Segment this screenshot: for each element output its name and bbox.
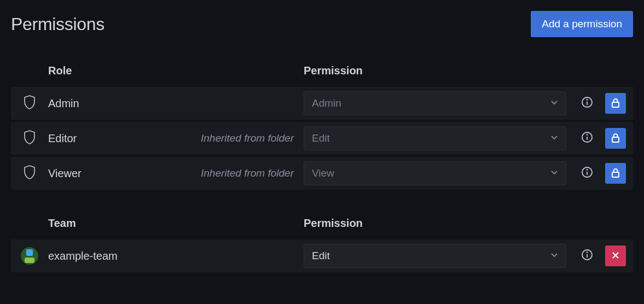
info-icon[interactable] [581,166,593,180]
permission-value: Edit [312,250,330,262]
chevron-down-icon [550,133,558,143]
add-permission-button[interactable]: Add a permission [531,11,633,37]
role-name: Admin [48,97,174,110]
role-row: Editor Inherited from folder Edit [11,120,633,155]
lock-button[interactable] [605,163,626,184]
role-row: Viewer Inherited from folder View [11,155,633,190]
permission-value: View [312,167,334,179]
permission-value: Admin [312,97,341,109]
shield-icon [23,165,36,182]
remove-button[interactable] [605,245,626,266]
lock-button[interactable] [605,128,626,149]
svg-point-10 [587,169,588,170]
lock-icon [611,133,620,144]
close-icon [611,251,620,261]
column-header-team: Team [48,217,304,230]
lock-icon [611,168,620,179]
column-header-role: Role [48,65,304,77]
shield-icon [23,95,36,112]
inherited-label: Inherited from folder [174,132,304,144]
svg-point-6 [587,135,588,135]
shield-icon [23,130,36,147]
lock-button[interactable] [605,93,626,114]
role-row: Admin Admin [11,85,633,120]
role-name: Editor [48,132,174,145]
roles-column-headers: Role Permission [11,65,633,85]
page-title: Permissions [11,14,105,34]
team-name: example-team [48,250,174,262]
svg-rect-11 [612,172,619,177]
info-icon[interactable] [581,96,593,110]
chevron-down-icon [550,168,558,178]
permission-select[interactable]: Edit [304,244,566,268]
permission-select[interactable]: Edit [304,126,566,150]
column-header-permission: Permission [304,217,572,230]
permission-value: Edit [312,132,330,144]
team-avatar [21,247,38,265]
svg-point-14 [587,252,588,253]
info-icon[interactable] [581,131,593,145]
role-name: Viewer [48,167,174,180]
page-header: Permissions Add a permission [11,11,633,37]
column-header-permission: Permission [304,65,572,77]
permission-select[interactable]: Admin [304,91,566,115]
roles-section: Role Permission Admin Admin [11,65,633,190]
chevron-down-icon [550,251,558,261]
teams-column-headers: Team Permission [11,217,633,237]
info-icon[interactable] [581,249,593,263]
teams-section: Team Permission example-team Edit [11,217,633,272]
svg-rect-7 [612,137,619,142]
team-row: example-team Edit [11,237,633,272]
lock-icon [611,98,620,109]
permission-select[interactable]: View [304,161,566,185]
svg-point-2 [587,100,588,100]
chevron-down-icon [550,98,558,108]
inherited-label: Inherited from folder [174,167,304,179]
svg-rect-3 [612,102,619,107]
